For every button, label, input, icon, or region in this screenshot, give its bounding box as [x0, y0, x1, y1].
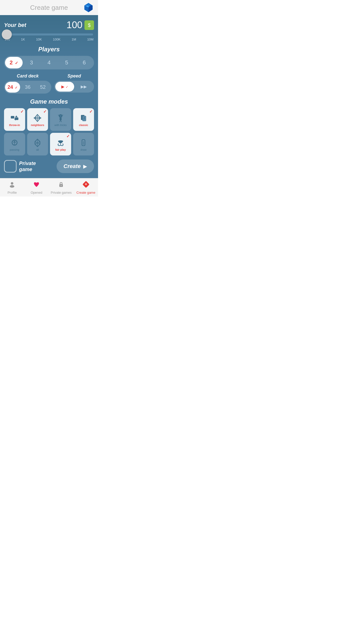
- private-game-label: Private game: [19, 160, 36, 172]
- players-option-6[interactable]: 6: [75, 57, 93, 68]
- speed-label: Speed: [54, 73, 94, 79]
- draw-icon: [79, 138, 88, 147]
- nav-opened[interactable]: Opened: [26, 181, 47, 194]
- all-icon: [33, 138, 42, 147]
- opened-icon: [33, 181, 40, 190]
- profile-icon: [9, 181, 16, 190]
- game-modes-grid: ✓ throw-in ✓ neighbors: [4, 108, 94, 155]
- slider-mark-1m: 1M: [72, 37, 76, 41]
- passing-label: passing: [10, 148, 19, 151]
- svg-text:J: J: [83, 116, 85, 120]
- slider-mark-10k: 10K: [36, 37, 42, 41]
- bottom-nav: Profile Opened Private games +: [0, 178, 98, 196]
- players-option-3[interactable]: 3: [23, 57, 40, 68]
- speed-normal[interactable]: ▶ ✓: [55, 82, 74, 92]
- private-games-icon: [58, 181, 65, 190]
- mode-classic[interactable]: ✓ J classic: [73, 108, 94, 131]
- svg-point-15: [60, 115, 61, 117]
- page-title: Create game: [30, 4, 68, 12]
- svg-point-37: [36, 183, 37, 184]
- neighbors-icon: [33, 113, 42, 123]
- svg-rect-7: [11, 116, 14, 118]
- fair-play-checkmark: ✓: [66, 134, 70, 139]
- players-option-4[interactable]: 4: [40, 57, 58, 68]
- mode-throw-in[interactable]: ✓ throw-in: [4, 108, 25, 131]
- players-title: Players: [4, 46, 94, 53]
- speed-column: Speed ▶ ✓ ▶▶: [54, 73, 94, 94]
- nav-create-game-label: Create game: [76, 191, 95, 194]
- players-option-5[interactable]: 5: [58, 57, 75, 68]
- create-button-label: Create: [64, 163, 81, 170]
- neighbors-label: neighbors: [31, 124, 44, 127]
- slider-track: [5, 33, 93, 35]
- mode-neighbors[interactable]: ✓ neighbors: [27, 108, 48, 131]
- svg-rect-18: [60, 118, 62, 120]
- deck-option-24[interactable]: 24 ✓: [5, 82, 20, 93]
- throw-in-checkmark: ✓: [20, 109, 24, 114]
- with-tricks-icon: [56, 113, 65, 123]
- slider-mark-100k: 100K: [53, 37, 60, 41]
- game-modes-title: Game modes: [4, 98, 94, 105]
- deck-option-36[interactable]: 36: [20, 82, 35, 93]
- throw-in-label: throw-in: [9, 124, 20, 127]
- bottom-actions-row: Private game Create ▶: [4, 159, 94, 173]
- slider-mark-10m: 10M: [87, 37, 94, 41]
- mode-draw[interactable]: draw: [73, 133, 94, 155]
- svg-point-39: [61, 185, 62, 186]
- svg-point-33: [83, 143, 84, 144]
- bet-slider[interactable]: 100 1K 10K 100K 1M 10M: [4, 33, 94, 41]
- players-selector: 2 ✓ 3 4 5 6: [4, 56, 94, 69]
- svg-point-34: [11, 182, 13, 185]
- nav-private-games-label: Private games: [51, 191, 72, 194]
- classic-label: classic: [79, 124, 88, 127]
- mode-with-tricks[interactable]: with tricks: [50, 108, 71, 131]
- classic-icon: J: [79, 113, 88, 123]
- svg-marker-9: [15, 115, 18, 117]
- mode-passing[interactable]: passing: [4, 133, 25, 155]
- fair-play-label: fair play: [55, 148, 66, 151]
- private-game-checkbox[interactable]: [4, 160, 17, 173]
- svg-point-32: [83, 142, 84, 143]
- passing-icon: [10, 138, 19, 147]
- card-deck-selector: 24 ✓ 36 52: [4, 81, 51, 94]
- slider-thumb[interactable]: [2, 29, 12, 39]
- classic-checkmark: ✓: [89, 109, 93, 114]
- private-game-section: Private game: [4, 160, 36, 173]
- card-deck-label: Card deck: [4, 73, 51, 79]
- money-icon: $: [84, 20, 94, 30]
- create-game-icon: +: [82, 181, 89, 190]
- svg-point-35: [10, 185, 14, 188]
- neighbors-checkmark: ✓: [43, 109, 47, 114]
- create-button[interactable]: Create ▶: [57, 159, 94, 173]
- bet-row: Your bet 100 $: [4, 20, 94, 30]
- players-option-2[interactable]: 2 ✓: [5, 57, 23, 68]
- nav-profile[interactable]: Profile: [2, 181, 22, 194]
- throw-in-icon: [10, 113, 19, 123]
- speed-fast[interactable]: ▶▶: [74, 82, 93, 92]
- svg-line-19: [60, 120, 61, 122]
- nav-profile-label: Profile: [8, 191, 17, 194]
- draw-label: draw: [80, 148, 86, 151]
- with-tricks-label: with tricks: [55, 124, 67, 127]
- nav-opened-label: Opened: [31, 191, 42, 194]
- gem-icon: [83, 2, 94, 13]
- mode-all[interactable]: all: [27, 133, 48, 155]
- header: Create game: [0, 0, 98, 15]
- all-label: all: [36, 148, 39, 151]
- svg-text:+: +: [85, 182, 87, 186]
- deck-column: Card deck 24 ✓ 36 52: [4, 73, 51, 94]
- bet-value-row: 100 $: [67, 20, 94, 30]
- speed-selector: ▶ ✓ ▶▶: [54, 81, 94, 93]
- bet-value: 100: [67, 20, 82, 30]
- main-content: Your bet 100 $ 100 1K 10K 100K 1M 10M Pl…: [0, 15, 98, 178]
- slider-mark-1k: 1K: [21, 37, 25, 41]
- mode-fair-play[interactable]: ✓ fair play: [50, 133, 71, 155]
- svg-text:$: $: [88, 22, 90, 28]
- nav-private-games[interactable]: Private games: [51, 181, 72, 194]
- bet-label: Your bet: [4, 22, 26, 28]
- deck-speed-row: Card deck 24 ✓ 36 52 Speed ▶ ✓ ▶▶: [4, 73, 94, 94]
- fair-play-icon: [56, 138, 65, 147]
- nav-create-game[interactable]: + Create game: [76, 181, 96, 194]
- create-button-arrow: ▶: [83, 163, 87, 169]
- deck-option-52[interactable]: 52: [35, 82, 50, 93]
